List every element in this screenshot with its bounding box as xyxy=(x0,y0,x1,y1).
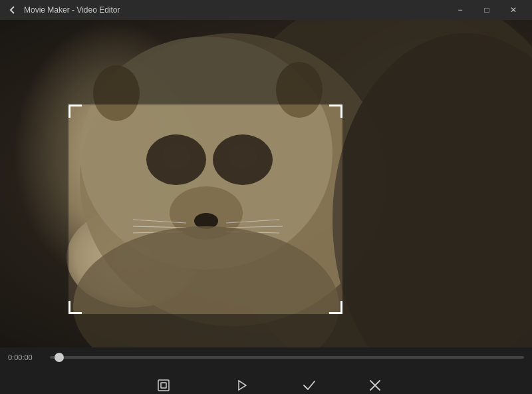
crop-box[interactable] xyxy=(68,104,342,314)
svg-rect-19 xyxy=(158,380,169,391)
cancel-button[interactable]: Cancel xyxy=(357,373,393,394)
video-area xyxy=(0,20,532,347)
cancel-icon xyxy=(367,377,383,393)
ok-button[interactable]: OK xyxy=(295,373,324,394)
preview-icon xyxy=(233,377,249,393)
crop-corner-tr[interactable] xyxy=(329,104,342,118)
time-display: 0:00:00 xyxy=(8,353,45,361)
window-controls: − □ ✕ xyxy=(447,0,527,20)
back-button[interactable] xyxy=(5,3,20,17)
app-title: Movie Maker - Video Editor xyxy=(24,5,447,15)
crop-overlay-left xyxy=(0,104,68,314)
bottom-toolbar: Select ratio Preview OK Cancel xyxy=(0,367,532,394)
crop-corner-br[interactable] xyxy=(329,301,342,314)
maximize-button[interactable]: □ xyxy=(473,0,500,20)
preview-button[interactable]: Preview xyxy=(222,373,261,394)
minimize-button[interactable]: − xyxy=(447,0,473,20)
crop-overlay-right xyxy=(342,104,532,314)
crop-corner-bl[interactable] xyxy=(68,301,82,314)
close-button[interactable]: ✕ xyxy=(500,0,527,20)
crop-overlay-top xyxy=(0,20,532,104)
timeline: 0:00:00 xyxy=(0,347,532,367)
select-ratio-button[interactable]: Select ratio xyxy=(139,373,189,394)
ok-icon xyxy=(301,377,317,393)
progress-thumb[interactable] xyxy=(55,353,64,362)
svg-marker-21 xyxy=(239,381,246,390)
svg-rect-20 xyxy=(161,383,166,388)
titlebar: Movie Maker - Video Editor − □ ✕ xyxy=(0,0,532,20)
crop-corner-tl[interactable] xyxy=(68,104,82,118)
select-ratio-icon xyxy=(156,377,172,393)
progress-bar[interactable] xyxy=(50,356,524,359)
crop-overlay-bottom xyxy=(0,314,532,347)
